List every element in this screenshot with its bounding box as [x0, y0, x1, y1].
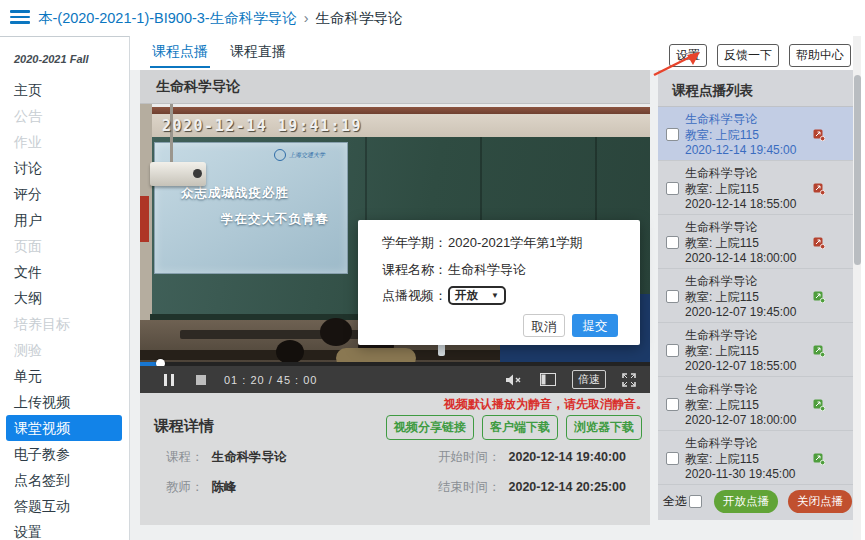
feedback-button[interactable]: 反馈一下	[717, 44, 779, 67]
sidebar-item[interactable]: 页面	[0, 233, 129, 259]
breadcrumb-course-link[interactable]: 本-(2020-2021-1)-BI900-3-生命科学导论	[38, 10, 297, 26]
details-title: 课程详情	[154, 417, 214, 436]
details-buttons: 视频分享链接 客户端下载 浏览器下载	[386, 415, 642, 440]
teacher-label: 教师：	[166, 480, 204, 494]
playlist-item-text: 生命科学导论教室: 上院1152020-12-07 19:45:00	[685, 274, 796, 321]
student-head	[276, 340, 304, 364]
playlist-item-text: 生命科学导论教室: 上院1152020-12-14 19:45:00	[685, 112, 796, 159]
help-center-button[interactable]: 帮助中心	[789, 44, 851, 67]
vod-status-select[interactable]: 开放 ▼	[448, 286, 506, 305]
sidebar-item[interactable]: 设置	[0, 519, 129, 540]
sidebar-item[interactable]: 文件	[0, 259, 129, 285]
chevron-down-icon: ▼	[491, 292, 499, 300]
playlist-item-checkbox[interactable]	[666, 452, 679, 465]
playlist-list: 生命科学导论教室: 上院1152020-12-14 19:45:00生命科学导论…	[658, 107, 853, 485]
playlist-item-room: 教室: 上院115	[685, 128, 796, 144]
playlist-item-room: 教室: 上院115	[685, 344, 796, 360]
browser-download-button[interactable]: 浏览器下载	[566, 415, 642, 440]
sidebar-item[interactable]: 评分	[0, 181, 129, 207]
playlist-item[interactable]: 生命科学导论教室: 上院1152020-12-14 19:45:00	[658, 107, 853, 161]
playlist-item-text: 生命科学导论教室: 上院1152020-11-30 19:45:00	[685, 436, 796, 483]
projector-pole	[170, 104, 173, 166]
tab-vod[interactable]: 课程点播	[150, 36, 210, 68]
university-logo: 上海交通大学	[274, 149, 325, 161]
client-download-button[interactable]: 客户端下载	[482, 415, 558, 440]
panel-toggle-icon[interactable]	[540, 373, 556, 386]
course-details: 课程详情 视频分享链接 客户端下载 浏览器下载 课程：生命科学导论 教师：陈峰 …	[140, 411, 650, 521]
open-vod-button[interactable]: 开放点播	[714, 490, 778, 513]
sidebar-item[interactable]: 课堂视频	[6, 415, 122, 441]
vod-closed-icon	[813, 235, 825, 247]
playback-speed-button[interactable]: 倍速	[572, 370, 606, 389]
camera-timestamp-overlay: 2020-12-14 19:41:19	[162, 117, 362, 135]
sidebar-item[interactable]: 上传视频	[0, 389, 129, 415]
playlist-item-title: 生命科学导论	[685, 382, 796, 398]
playlist-item-time: 2020-11-30 19:45:00	[685, 467, 796, 483]
playlist-item-time: 2020-12-14 18:55:00	[685, 197, 796, 213]
playlist-item-room: 教室: 上院115	[685, 236, 796, 252]
teacher-value: 陈峰	[212, 480, 237, 494]
tab-live[interactable]: 课程直播	[228, 36, 288, 68]
playlist-item-checkbox[interactable]	[666, 398, 679, 411]
select-all-checkbox[interactable]	[689, 495, 702, 508]
pause-icon[interactable]	[164, 374, 174, 386]
seek-handle[interactable]	[156, 359, 165, 366]
header-buttons: 设置 反馈一下 帮助中心	[669, 44, 851, 67]
playlist-item[interactable]: 生命科学导论教室: 上院1152020-12-14 18:55:00	[658, 161, 853, 215]
scrollbar-thumb[interactable]	[854, 75, 861, 265]
sidebar-item[interactable]: 主页	[0, 77, 129, 103]
close-vod-button[interactable]: 关闭点播	[788, 490, 852, 513]
sidebar-item[interactable]: 测验	[0, 337, 129, 363]
sidebar-item[interactable]: 点名签到	[0, 467, 129, 493]
sidebar-item[interactable]: 作业	[0, 129, 129, 155]
seek-bar[interactable]	[140, 362, 650, 366]
playlist-item-checkbox[interactable]	[666, 182, 679, 195]
fullscreen-icon[interactable]	[622, 373, 636, 387]
end-time-value: 2020-12-14 20:25:00	[509, 480, 626, 494]
course-label: 课程：	[166, 450, 204, 464]
sidebar-item[interactable]: 用户	[0, 207, 129, 233]
sidebar-item[interactable]: 电子教参	[0, 441, 129, 467]
playlist-item-checkbox[interactable]	[666, 128, 679, 141]
video-title: 生命科学导论	[140, 70, 650, 104]
playlist-item-time: 2020-12-14 19:45:00	[685, 143, 796, 159]
playlist-item-checkbox[interactable]	[666, 290, 679, 303]
playlist-item-checkbox[interactable]	[666, 344, 679, 357]
details-right-column: 开始时间：2020-12-14 19:40:00 结束时间：2020-12-14…	[438, 449, 626, 509]
sidebar-item[interactable]: 公告	[0, 103, 129, 129]
vod-open-icon	[813, 397, 825, 409]
playlist-footer: 全选 开放点播 关闭点播	[658, 487, 853, 515]
cancel-button[interactable]: 取消	[523, 314, 565, 337]
playlist-item-title: 生命科学导论	[685, 436, 796, 452]
playlist-item-time: 2020-12-07 18:00:00	[685, 413, 796, 429]
playlist-item[interactable]: 生命科学导论教室: 上院1152020-12-14 18:00:00	[658, 215, 853, 269]
playlist-item-checkbox[interactable]	[666, 236, 679, 249]
vertical-scrollbar[interactable]	[853, 36, 861, 540]
breadcrumb-current-page: 生命科学导论	[316, 10, 403, 26]
stop-icon[interactable]	[196, 375, 206, 385]
sidebar-nav: 主页公告作业讨论评分用户页面文件大纲培养目标测验单元上传视频课堂视频电子教参点名…	[0, 77, 129, 540]
sidebar-item[interactable]: 答题互动	[0, 493, 129, 519]
playlist-item-room: 教室: 上院115	[685, 398, 796, 414]
submit-button[interactable]: 提交	[572, 314, 618, 337]
sidebar-item[interactable]: 单元	[0, 363, 129, 389]
video-scene-banner	[140, 196, 149, 242]
breadcrumb: 本-(2020-2021-1)-BI900-3-生命科学导论›生命科学导论	[38, 0, 403, 36]
playlist-item[interactable]: 生命科学导论教室: 上院1152020-12-07 18:00:00	[658, 377, 853, 431]
sidebar-item[interactable]: 培养目标	[0, 311, 129, 337]
settings-button[interactable]: 设置	[669, 44, 707, 67]
hamburger-menu-icon[interactable]	[10, 10, 30, 26]
sidebar-item[interactable]: 讨论	[0, 155, 129, 181]
start-time-label: 开始时间：	[438, 450, 501, 464]
share-link-button[interactable]: 视频分享链接	[386, 415, 474, 440]
playlist-item-text: 生命科学导论教室: 上院1152020-12-07 18:55:00	[685, 328, 796, 375]
sidebar-item[interactable]: 大纲	[0, 285, 129, 311]
playlist-item-text: 生命科学导论教室: 上院1152020-12-14 18:00:00	[685, 220, 796, 267]
playlist-item[interactable]: 生命科学导论教室: 上院1152020-12-07 19:45:00	[658, 269, 853, 323]
playlist-item[interactable]: 生命科学导论教室: 上院1152020-12-07 18:55:00	[658, 323, 853, 377]
playlist-item[interactable]: 生命科学导论教室: 上院1152020-11-30 19:45:00	[658, 431, 853, 485]
projector	[150, 162, 206, 186]
course-value: 生命科学导论	[212, 450, 287, 464]
playlist-item-text: 生命科学导论教室: 上院1152020-12-14 18:55:00	[685, 166, 796, 213]
muted-speaker-icon[interactable]	[505, 373, 522, 387]
